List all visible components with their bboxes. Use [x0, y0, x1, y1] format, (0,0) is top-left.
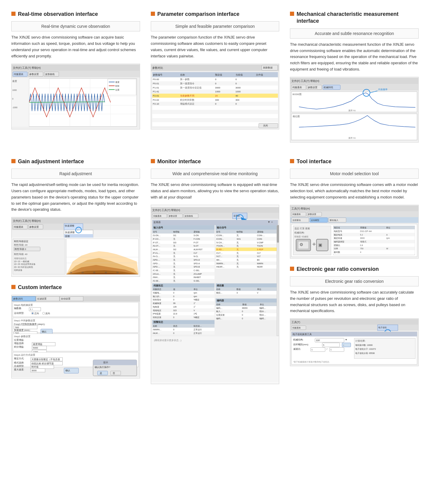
svg-text:名称: 名称 [216, 288, 220, 290]
svg-text:电子齿轮换算工具: 电子齿轮换算工具 [293, 333, 312, 336]
svg-rect-231 [152, 233, 214, 237]
svg-text:COIN-…: COIN-… [257, 234, 265, 236]
main-container: Real-time observation interface Real-tim… [0, 0, 430, 395]
svg-rect-343 [152, 291, 214, 294]
svg-rect-347 [152, 294, 214, 298]
svg-text:V: V [194, 309, 195, 311]
svg-text:CLT: CLT [257, 252, 260, 254]
svg-text:运动类型:: 运动类型: [14, 312, 24, 314]
svg-text:无: 无 [173, 269, 175, 271]
svg-text:无: 无 [173, 273, 175, 275]
svg-text:5.2: 5.2 [360, 233, 363, 236]
waveform-svg: 文件(F) 工具(T) 帮助(H) 伺服通表 参数设置 波形曲线 [12, 64, 140, 129]
svg-text:名称: 名称 [180, 73, 185, 76]
svg-text:Step0-电机轴设置: Step0-电机轴设置 [14, 303, 33, 306]
svg-text:P0-00: P0-00 [153, 78, 159, 81]
svg-text:积分增益:: 积分增益: [14, 346, 24, 348]
svg-text:参数对比: 参数对比 [152, 66, 163, 69]
svg-rect-419 [216, 313, 278, 317]
svg-rect-200 [93, 360, 137, 365]
svg-text:无: 无 [236, 255, 239, 257]
svg-text:/S-RD…: /S-RD… [216, 248, 224, 250]
svg-text:P2-01: P2-01 [153, 94, 159, 97]
svg-text:报警状态: 报警状态 [153, 321, 163, 323]
svg-text:反向: 反向 [45, 312, 50, 315]
svg-text:/S-ON…: /S-ON… [153, 234, 161, 236]
svg-text:转矩反馈: 转矩反馈 [153, 316, 161, 318]
svg-text:位置: 位置 [115, 88, 119, 91]
svg-text:电机型号: 电机型号 [334, 230, 342, 232]
svg-text:3000: 3000 [360, 237, 365, 239]
svg-text:W: W [386, 248, 388, 250]
svg-rect-19 [12, 78, 29, 126]
svg-text:/V-CH…: /V-CH… [216, 241, 224, 243]
svg-text:提示: 提示 [103, 361, 108, 364]
param-svg: 参数对比 刷新数据 参数编号 名称 预设值 当前值 文件值 P0-00 第一参数… [151, 64, 279, 129]
svg-text:C-SEL: C-SEL [194, 269, 199, 271]
svg-text:INHIBIT: INHIBIT [194, 276, 201, 278]
svg-rect-172 [13, 334, 139, 351]
gain-svg: 文件(F) 工具(T) 帮助(H) 伺服通表 参数设置 快速调整 快速调整 [12, 217, 140, 277]
svg-text:0: 0 [173, 295, 174, 297]
svg-text:0: 0 [173, 328, 174, 330]
svg-text:-1000: -1000 [12, 106, 18, 109]
svg-text:当前参数不同: 当前参数不同 [180, 94, 194, 97]
svg-text:输出信号: 输出信号 [216, 226, 226, 229]
svg-text:WARN: WARN [257, 262, 263, 264]
svg-text:刚性等级: 20: 刚性等级: 20 [14, 244, 28, 246]
svg-text:伺服通表: 伺服通表 [14, 73, 23, 75]
svg-text:过滤设置: 过滤设置 [37, 297, 47, 300]
svg-text:/N-OT…: /N-OT… [153, 245, 160, 247]
svg-text:!指令…: !指令… [259, 310, 266, 313]
svg-text:NEAR: NEAR [257, 266, 262, 268]
svg-text:名称: 名称 [216, 303, 220, 306]
svg-text:1D~2S 传送皮带类设备: 1D~2S 传送皮带类设备 [14, 263, 36, 266]
svg-text:0: 0 [242, 310, 243, 312]
svg-rect-513 [330, 348, 344, 352]
svg-text:机械结构:: 机械结构: [293, 338, 303, 341]
tool-svg: 工具(T) 帮助(H) 伺服通表 参数设置 当前驱动 运动模型 驱动 [290, 205, 418, 258]
svg-text:物理输: 物理输 [173, 231, 179, 233]
svg-text:无: 无 [236, 262, 239, 264]
parameter-bullet [151, 12, 155, 16]
svg-text:绝对值: 绝对值 [31, 366, 39, 368]
svg-text:参数设置: 参数设置 [308, 86, 318, 89]
svg-text:速度增益: 速度增益 [33, 343, 42, 346]
mechanical-screenshot: 文件(F) 工具(T) 帮助(H) 伺服通表 参数设置 机械特性 BODE图 [290, 77, 419, 143]
svg-text:!编码…: !编码… [259, 317, 266, 319]
svg-text:S-RDP: S-RDP [257, 248, 263, 250]
svg-text:轴数量:: 轴数量: [14, 307, 22, 310]
svg-text:模式选择:: 模式选择: [14, 361, 24, 364]
svg-rect-429 [151, 336, 279, 382]
realtime-bullet [11, 12, 16, 16]
svg-text:/TGON…: /TGON… [216, 245, 225, 247]
svg-text:额定转速: 额定转速 [334, 237, 342, 239]
svg-text:第一参数: 第一参数 [180, 78, 190, 81]
svg-text:物理输: 物理输 [236, 231, 243, 233]
svg-text:信号: 信号 [153, 231, 157, 233]
svg-text:135: 135 [173, 306, 177, 308]
svg-text:/WARN…: /WARN… [216, 262, 225, 264]
realtime-subtitle: Real-time dynamic curve observation [11, 21, 140, 31]
custom-bullet [11, 285, 16, 289]
svg-rect-415 [216, 309, 278, 313]
svg-text:0: 0 [242, 317, 243, 319]
egear-description: The XINJE servo drive commissioning soft… [290, 289, 419, 314]
svg-text:20: 20 [82, 271, 84, 274]
svg-text:无: 无 [173, 262, 175, 264]
svg-text:(继续滚动显示更多状态...): (继续滚动显示更多状态...) [154, 339, 181, 341]
egear-bullet [290, 267, 294, 271]
tool-egear-col: Tool interface Motor model selection too… [285, 153, 424, 389]
svg-text:参数设置: 参数设置 [308, 213, 317, 216]
svg-text:是: 是 [100, 372, 102, 374]
svg-text:电子齿轮: 电子齿轮 [379, 326, 387, 329]
svg-rect-478 [334, 243, 415, 247]
svg-text:机械结构:: 机械结构: [294, 231, 305, 234]
svg-rect-510 [311, 348, 325, 352]
svg-text:无: 无 [236, 259, 239, 261]
svg-text:3000: 3000 [31, 369, 37, 372]
svg-text:驱动 输入: 驱动 输入 [330, 219, 339, 222]
svg-text:逻辑输: 逻辑输 [257, 231, 263, 233]
svg-text:0: 0 [173, 292, 174, 294]
svg-rect-220 [152, 220, 278, 225]
